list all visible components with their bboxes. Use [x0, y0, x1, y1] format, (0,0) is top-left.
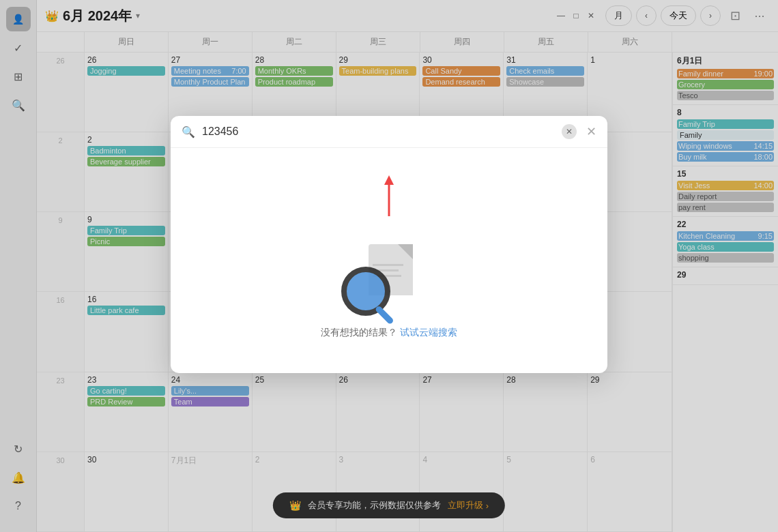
magnifier-lens — [341, 267, 390, 316]
search-input[interactable] — [202, 125, 555, 138]
search-header: 🔍 ✕ ✕ — [171, 116, 607, 148]
svg-marker-1 — [384, 175, 394, 185]
search-close-button[interactable]: ✕ — [586, 124, 596, 139]
search-modal: 🔍 ✕ ✕ — [171, 116, 607, 373]
search-overlay: 🔍 ✕ ✕ — [0, 0, 778, 532]
no-result-label: 没有想找的结果？ — [321, 327, 397, 338]
search-arrow-container — [184, 175, 594, 223]
no-result-text: 没有想找的结果？ 试试云端搜索 — [321, 327, 457, 339]
search-clear-button[interactable]: ✕ — [562, 124, 577, 139]
doc-line1 — [373, 264, 403, 266]
search-body: 没有想找的结果？ 试试云端搜索 — [171, 148, 607, 373]
search-arrow — [382, 175, 396, 222]
magnifier-illustration — [341, 234, 437, 316]
cloud-search-link[interactable]: 试试云端搜索 — [400, 327, 457, 338]
search-magnifier-icon: 🔍 — [182, 125, 195, 138]
magnifier-handle — [375, 305, 394, 325]
